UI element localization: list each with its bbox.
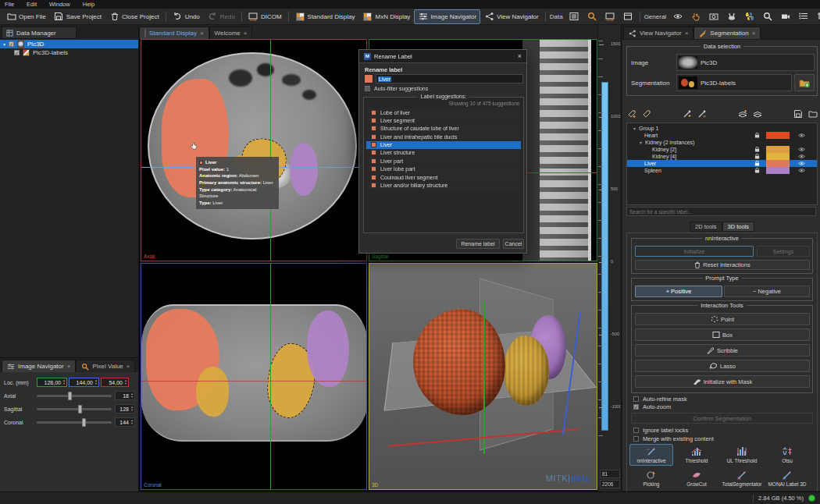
menu-file[interactable]: File — [5, 1, 14, 8]
suggestion-item[interactable]: Liver segment — [366, 116, 521, 124]
auto-zoom-checkbox[interactable] — [633, 404, 639, 410]
point-tool-button[interactable]: Point — [635, 313, 810, 325]
label-row-kidney-parent[interactable]: ▾ Kidney (2 instances) — [627, 139, 817, 146]
tab-view-navigator[interactable]: View Navigator × — [623, 27, 693, 39]
dicom-button[interactable]: DCM DICOM — [244, 9, 286, 24]
coronal-viewport[interactable]: Coronal — [141, 263, 367, 490]
ignore-locks-row[interactable]: Ignore label locks — [633, 427, 688, 434]
lasso-tool-button[interactable]: Lasso — [635, 360, 810, 372]
auto-zoom-row[interactable]: Auto-zoom — [633, 403, 671, 410]
coronal-slider[interactable] — [37, 421, 112, 424]
tab-segmentation[interactable]: Segmentation × — [693, 27, 761, 39]
tool-ul-threshold[interactable]: UL Threshold — [720, 444, 764, 466]
animation-button[interactable] — [722, 9, 740, 24]
sagittal-plane-line[interactable] — [270, 40, 271, 261]
auto-refine-row[interactable]: Auto-refine mask — [633, 396, 687, 403]
rename-label-button[interactable]: Rename label — [456, 239, 500, 249]
mxn-display-button[interactable]: MxN Display — [358, 9, 414, 24]
menu-edit[interactable]: Edit — [27, 1, 37, 8]
autofilter-checkbox[interactable] — [365, 86, 370, 91]
close-tab-icon[interactable]: × — [127, 363, 130, 370]
crop-button[interactable] — [812, 9, 820, 24]
cancel-button[interactable]: Cancel — [503, 239, 524, 249]
threed-viewport[interactable]: MITK|dkfz. 3D — [369, 263, 597, 490]
close-tab-icon[interactable]: × — [685, 30, 689, 37]
image-selector[interactable]: Pic3D — [676, 54, 815, 71]
hand-interaction-button[interactable] — [686, 9, 704, 24]
eye-icon[interactable] — [798, 147, 805, 152]
expander-icon[interactable]: ▾ — [640, 140, 642, 145]
level-value[interactable]: 81 — [600, 470, 620, 478]
tab-2d-tools[interactable]: 2D tools — [690, 222, 722, 232]
eye-icon[interactable] — [798, 133, 805, 138]
initialize-with-mask-button[interactable]: Initialize with Mask — [635, 375, 810, 388]
sagittal-plane-line[interactable] — [270, 264, 271, 490]
ignore-locks-checkbox[interactable] — [633, 428, 639, 433]
screenshot-button[interactable] — [704, 9, 722, 24]
tool-totalsegmentator[interactable]: AI TotalSegmentator — [720, 467, 764, 489]
tab-image-navigator[interactable]: Image Navigator × — [2, 360, 76, 372]
lock-icon[interactable] — [754, 161, 760, 166]
loc-y-spinbox[interactable]: 144,00 — [69, 378, 99, 387]
tab-standard-display[interactable]: Standard Display × — [139, 27, 209, 39]
sagittal-slider[interactable] — [37, 408, 112, 410]
loc-z-spinbox[interactable]: 54,00 — [101, 378, 129, 387]
rename-input[interactable]: Liver — [376, 74, 523, 83]
label-row-spleen[interactable]: Spleen — [627, 167, 817, 174]
label-color-swatch[interactable] — [766, 146, 790, 153]
settings-button[interactable]: Settings — [757, 246, 810, 257]
lock-icon[interactable] — [754, 133, 760, 138]
tab-pixel-value[interactable]: Pixel Value × — [76, 360, 135, 372]
lock-icon[interactable] — [754, 147, 760, 152]
new-segmentation-button[interactable] — [794, 74, 815, 91]
expander-icon[interactable]: ▾ — [3, 41, 5, 47]
visibility-checkbox[interactable]: ✓ — [14, 50, 20, 55]
autofilter-row[interactable]: Auto-filter suggestions — [365, 86, 428, 91]
suggestion-item-selected[interactable]: Liver — [366, 141, 521, 149]
data-node-pic3d-labels[interactable]: ✓ Pic3D-labels — [0, 48, 138, 57]
label-color-swatch[interactable] — [766, 160, 790, 167]
close-project-button[interactable]: Close Project — [105, 9, 163, 24]
standard-display-button[interactable]: Standard Display — [291, 9, 359, 24]
label-search-input[interactable] — [626, 207, 816, 216]
tool-monai-label-3d[interactable]: AI MONAI Label 3D — [765, 467, 809, 489]
axial-plane-line[interactable] — [141, 381, 367, 382]
undo-button[interactable]: Undo — [169, 9, 204, 24]
suggestion-item[interactable]: Liver lobe part — [366, 165, 521, 173]
suggestion-item[interactable]: Structure of caudate lobe of liver — [366, 125, 521, 133]
loc-x-spinbox[interactable]: 128,00 — [37, 378, 67, 387]
menu-help[interactable]: Help — [83, 1, 94, 8]
redo-button[interactable]: Redo — [204, 9, 239, 24]
suggestion-item[interactable]: Lobe of liver — [366, 108, 521, 116]
view-navigator-button[interactable]: View Navigator — [480, 9, 543, 24]
add-label-instance-icon[interactable] — [682, 108, 692, 119]
label-row-kidney-2[interactable]: Kidney [2] — [627, 146, 817, 153]
dialog-close-icon[interactable]: × — [518, 52, 522, 60]
tool-otsu[interactable]: Otsu — [765, 444, 809, 466]
lock-icon[interactable] — [754, 168, 760, 173]
eye-icon[interactable] — [798, 168, 805, 173]
movie-maker-button[interactable] — [776, 9, 794, 24]
data-node-pic3d[interactable]: ▾ ✓ Pic3D — [0, 40, 138, 48]
positive-prompt-button[interactable]: + Positive — [635, 286, 722, 297]
python-console-button[interactable] — [740, 9, 758, 24]
remove-label-instance-icon[interactable] — [697, 108, 707, 119]
log-button[interactable] — [794, 9, 812, 24]
visibility-button[interactable] — [668, 9, 686, 24]
label-row-liver[interactable]: Liver — [627, 160, 817, 167]
tab-3d-tools[interactable]: 3D tools — [722, 222, 755, 232]
data-manager-tab[interactable]: Data Manager — [2, 27, 77, 39]
tool-growcut[interactable]: GrowCut — [675, 467, 718, 489]
close-tab-icon[interactable]: × — [200, 30, 204, 37]
suggestion-item[interactable]: Liver and/or biliary structure — [366, 182, 521, 190]
reset-interactions-button[interactable]: Reset Interactions — [635, 260, 810, 270]
tab-welcome[interactable]: Welcome × — [209, 27, 253, 39]
suggestion-item[interactable]: Couinaud liver segment — [366, 173, 521, 181]
label-color-swatch[interactable] — [766, 132, 790, 139]
lock-icon[interactable] — [754, 154, 760, 159]
add-group-icon[interactable] — [737, 108, 747, 119]
label-group-row[interactable]: ▾ Group 1 — [627, 125, 817, 132]
suggestion-item[interactable]: Liver and intrahepatic bile ducts — [366, 133, 521, 140]
data-dicom-button[interactable]: DCM — [601, 9, 619, 24]
merge-existing-row[interactable]: Merge with existing content — [633, 435, 714, 442]
